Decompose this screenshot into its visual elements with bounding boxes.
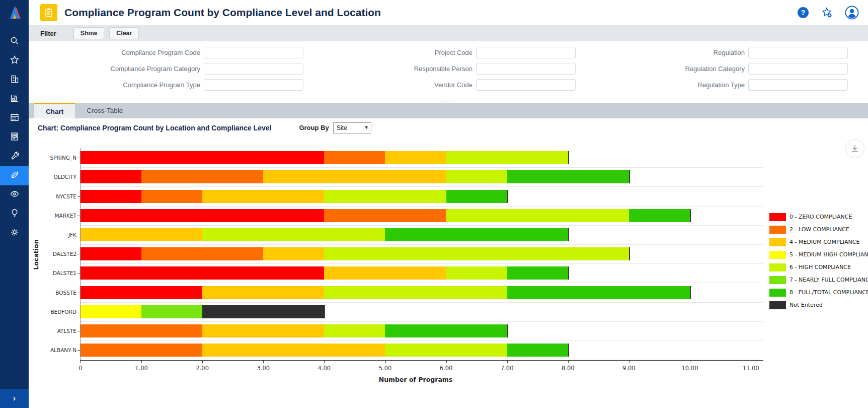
bar-nycste[interactable] [81, 190, 508, 203]
bar-segment-full[interactable] [385, 324, 507, 337]
resize-grip[interactable]: ······ [441, 100, 456, 102]
sidebar-item-lightbulb[interactable] [0, 205, 29, 224]
app-logo[interactable] [0, 0, 29, 25]
bar-segment-nearly_full[interactable] [141, 305, 202, 318]
filter-field-label: Regulation Type [603, 81, 745, 89]
bar-segment-zero[interactable] [81, 151, 324, 164]
bar-segment-medium[interactable] [202, 190, 324, 203]
regulation-input[interactable] [748, 47, 848, 58]
bar-jfk[interactable] [81, 228, 569, 241]
bar-segment-medium[interactable] [385, 151, 446, 164]
bar-segment-zero[interactable] [81, 286, 202, 299]
bar-bedford[interactable] [81, 305, 325, 318]
sidebar-item-search[interactable] [0, 32, 29, 51]
bar-segment-high[interactable] [324, 286, 507, 299]
bar-segment-low[interactable] [81, 344, 202, 357]
bar-segment-zero[interactable] [81, 190, 141, 203]
x-tick-label: 6.00 [431, 365, 461, 372]
bar-segment-high[interactable] [446, 151, 568, 164]
sidebar-item-forms[interactable] [0, 128, 29, 147]
bar-segment-full[interactable] [507, 344, 568, 357]
groupby-label: Group By [299, 124, 329, 131]
bar-segment-medium[interactable] [324, 266, 446, 280]
bar-segment-full[interactable] [629, 209, 690, 222]
chart-area: Location Number of Programs 0 - ZERO COM… [29, 137, 868, 408]
bar-segment-low[interactable] [81, 324, 202, 337]
x-tick-label: 8.00 [553, 365, 583, 372]
bar-segment-full[interactable] [385, 228, 568, 241]
sidebar-item-star[interactable] [0, 51, 29, 71]
vendor-code-input[interactable] [476, 79, 576, 91]
bar-segment-full[interactable] [507, 266, 568, 280]
show-button[interactable]: Show [73, 27, 104, 39]
bar-segment-high[interactable] [446, 266, 507, 280]
sidebar-item-gear[interactable] [0, 224, 29, 243]
bar-segment-medium[interactable] [263, 170, 446, 183]
bar-segment-high[interactable] [324, 247, 629, 260]
filter-field-label: Compliance Program Type [59, 81, 200, 89]
bar-segment-medium[interactable] [202, 286, 324, 299]
clear-button[interactable]: Clear [109, 27, 139, 39]
bar-segment-medium_high[interactable] [81, 305, 141, 318]
bar-segment-full[interactable] [507, 170, 629, 183]
bar-segment-zero[interactable] [81, 266, 324, 280]
bar-segment-zero[interactable] [81, 247, 141, 260]
bar-spring_n[interactable] [81, 151, 569, 164]
groupby-select[interactable]: Site [333, 122, 371, 133]
legend-label: 6 - HIGH COMPLIANCE [790, 264, 851, 270]
bar-segment-not_entered[interactable] [202, 305, 324, 318]
tab-cross-table[interactable]: Cross-Table [75, 103, 134, 118]
bar-segment-high[interactable] [385, 344, 507, 357]
bar-segment-medium[interactable] [202, 344, 385, 357]
bar-segment-medium[interactable] [81, 228, 202, 241]
compliance-program-type-input[interactable] [204, 79, 303, 91]
bar-segment-low[interactable] [141, 247, 263, 260]
regulation-type-input[interactable] [748, 79, 848, 91]
help-icon[interactable]: ? [798, 7, 809, 18]
bar-segment-high[interactable] [324, 190, 446, 203]
bar-segment-high[interactable] [446, 209, 629, 222]
bar-segment-low[interactable] [324, 209, 446, 222]
regulation-category-input[interactable] [748, 63, 848, 75]
sidebar-item-calendar[interactable] [0, 109, 29, 128]
y-tick [77, 177, 80, 177]
bar-segment-high[interactable] [446, 170, 507, 183]
bar-segment-high[interactable] [202, 228, 385, 241]
y-tick [77, 312, 80, 312]
sidebar-item-report-chart[interactable] [0, 90, 29, 109]
bar-market[interactable] [81, 209, 691, 222]
bar-segment-zero[interactable] [81, 209, 324, 222]
tab-chart[interactable]: Chart [34, 103, 75, 118]
compliance-program-code-input[interactable] [204, 47, 303, 58]
bar-bosste[interactable] [81, 286, 691, 299]
sidebar-item-eye[interactable] [0, 185, 29, 205]
bar-segment-low[interactable] [324, 151, 385, 164]
compliance-program-category-input[interactable] [204, 63, 303, 75]
responsible-person-input[interactable] [476, 63, 576, 75]
bar-segment-zero[interactable] [81, 170, 141, 183]
sidebar-item-leaf[interactable] [0, 166, 29, 185]
sidebar-item-wrench[interactable] [0, 147, 29, 166]
bar-segment-medium[interactable] [263, 247, 324, 260]
filter-field: Regulation Category [603, 63, 848, 75]
user-avatar-icon[interactable] [845, 6, 859, 20]
legend-label: 7 - NEARLY FULL COMPLIANCE [790, 277, 868, 283]
bar-albany-n[interactable] [81, 344, 569, 357]
bar-segment-full[interactable] [446, 190, 507, 203]
bar-segment-full[interactable] [507, 286, 690, 299]
chart-download-button[interactable] [845, 139, 864, 158]
lightbulb-icon [10, 208, 20, 220]
bar-dalste2[interactable] [81, 247, 630, 260]
sidebar-expand-button[interactable]: › [0, 389, 29, 408]
project-code-input[interactable] [476, 47, 576, 58]
bar-segment-low[interactable] [141, 170, 263, 183]
sidebar-item-building[interactable] [0, 71, 29, 90]
eye-icon [10, 189, 20, 201]
bar-segment-medium[interactable] [202, 324, 324, 337]
bar-atlste[interactable] [81, 324, 508, 337]
bar-dalste1[interactable] [81, 266, 569, 280]
bar-oldcity[interactable] [81, 170, 630, 183]
bar-segment-low[interactable] [141, 190, 202, 203]
favorite-add-icon[interactable] [821, 7, 833, 19]
bar-segment-high[interactable] [324, 324, 385, 337]
